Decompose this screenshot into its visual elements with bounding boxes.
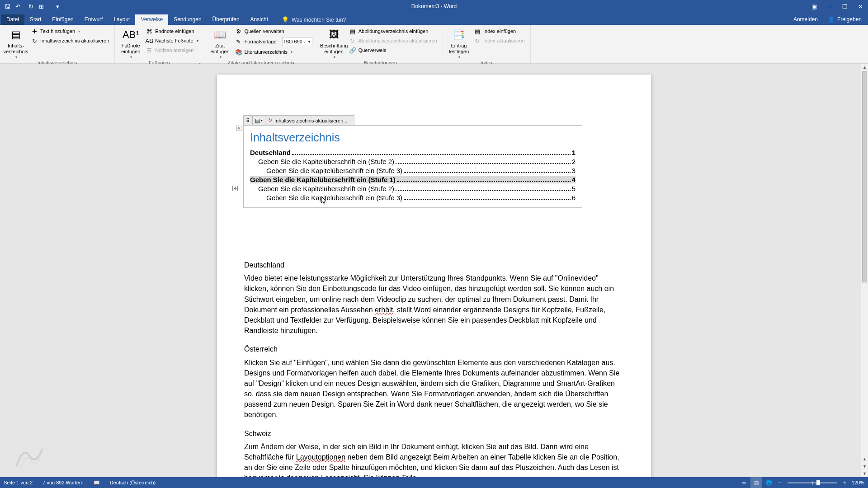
- ribbon-icon: AB: [146, 37, 153, 44]
- toc-entry-page: 4: [572, 176, 576, 183]
- zoom-out-button[interactable]: −: [776, 479, 784, 486]
- style-combo[interactable]: ISO 690 -▾: [282, 37, 312, 46]
- tab-entwurf[interactable]: Entwurf: [79, 14, 108, 25]
- ribbon-big-button[interactable]: 🖼Beschriftung einfügen▾: [321, 26, 347, 59]
- tab-layout[interactable]: Layout: [108, 14, 135, 25]
- ribbon-big-label: Zitat einfügen: [211, 43, 230, 54]
- paragraph[interactable]: Video bietet eine leistungsstarke Möglic…: [244, 273, 624, 336]
- ribbon-small-button[interactable]: ▤Abbildungsverzeichnis einfügen: [348, 27, 440, 36]
- ribbon-big-button[interactable]: ▤Inhalts- verzeichnis▾: [3, 26, 29, 59]
- minimize-button[interactable]: —: [822, 0, 837, 13]
- scroll-track[interactable]: [861, 71, 868, 455]
- ribbon-small-label: Endnote einfügen: [155, 28, 194, 34]
- ribbon-small-button[interactable]: ▤Index einfügen: [473, 27, 528, 36]
- ribbon-display-button[interactable]: ▣: [807, 0, 822, 13]
- toc-entry[interactable]: Geben Sie die Kapitelüberschrift ein (St…: [250, 185, 576, 192]
- share-button[interactable]: 👤 Freigeben: [823, 15, 866, 24]
- ribbon-small-label: Querverweis: [359, 47, 387, 53]
- touch-mode-button[interactable]: ⊞▾: [37, 1, 48, 12]
- toc-handle-button[interactable]: ⠿: [244, 116, 253, 125]
- toc-entry-text: Geben Sie die Kapitelüberschrift ein (St…: [250, 176, 396, 183]
- next-page-button[interactable]: ▼: [861, 463, 868, 470]
- ribbon-big-button[interactable]: 📑Eintrag festlegen▾: [446, 26, 472, 59]
- zoom-level[interactable]: 120%: [850, 480, 866, 485]
- ribbon-small-button[interactable]: ⚙Quellen verwalten: [234, 27, 315, 36]
- ribbon-big-button[interactable]: AB¹Fußnote einfügen▾: [118, 26, 144, 59]
- ribbon-small-button[interactable]: 🔗Querverweis: [348, 46, 440, 55]
- tell-me-search[interactable]: 💡 Was möchten Sie tun?: [282, 16, 346, 25]
- view-web-button[interactable]: 🌐: [763, 477, 775, 488]
- ribbon-icon: 📑: [452, 28, 466, 42]
- prev-page-button[interactable]: ▲: [861, 455, 868, 463]
- spelling-error[interactable]: Layoutoptionen: [296, 453, 345, 461]
- tab-verweise[interactable]: Verweise: [135, 14, 168, 25]
- toc-entry-text: Geben Sie die Kapitelüberschrift ein (St…: [258, 158, 394, 165]
- book-icon: 📖: [94, 480, 100, 486]
- scroll-thumb[interactable]: [862, 71, 867, 282]
- close-button[interactable]: ✕: [853, 0, 868, 13]
- ribbon-group: 📑Eintrag festlegen▾▤Index einfügen↻Index…: [443, 25, 531, 63]
- toc-move-handle[interactable]: ✥: [236, 126, 241, 131]
- tab-start[interactable]: Start: [24, 14, 47, 25]
- zoom-in-button[interactable]: +: [841, 479, 849, 486]
- tab-sendungen[interactable]: Sendungen: [168, 14, 207, 25]
- tab-überprüfen[interactable]: Überprüfen: [207, 14, 245, 25]
- ribbon-big-label: Fußnote einfügen: [121, 43, 140, 54]
- toc-box[interactable]: Inhaltsverzeichnis Deutschland 1Geben Si…: [243, 125, 582, 208]
- status-proofing[interactable]: 📖: [92, 477, 102, 488]
- scroll-up-button[interactable]: ▲: [861, 64, 868, 71]
- undo-button[interactable]: ↶▾: [14, 1, 24, 12]
- status-words[interactable]: 7 von 892 Wörtern: [41, 477, 85, 488]
- toc-field[interactable]: ✥ ⠿ ▤ ▾ ↻ Inhaltsverzeichnis aktualisier…: [243, 115, 582, 208]
- toc-entry[interactable]: Deutschland 1: [250, 149, 576, 156]
- toc-update-button[interactable]: ↻ Inhaltsverzeichnis aktualisieren...: [265, 117, 354, 123]
- document-body[interactable]: Deutschland Video bietet eine leistungss…: [244, 260, 624, 477]
- paragraph[interactable]: Zum Ändern der Weise, in der sich ein Bi…: [244, 441, 624, 477]
- tab-ansicht[interactable]: Ansicht: [245, 14, 274, 25]
- heading-deutschland[interactable]: Deutschland: [244, 260, 624, 270]
- signin-button[interactable]: Anmelden: [789, 15, 822, 24]
- ribbon: ▤Inhalts- verzeichnis▾✚Text hinzufügen▾↻…: [0, 25, 868, 64]
- toc-gallery-button[interactable]: ▤ ▾: [253, 116, 265, 125]
- share-icon: 👤: [828, 16, 835, 23]
- spelling-error[interactable]: erhält: [375, 306, 393, 314]
- toc-row-handle[interactable]: ✥: [232, 186, 238, 191]
- ribbon-small-button[interactable]: ⌘Endnote einfügen: [145, 27, 201, 36]
- scroll-down-button[interactable]: ▼: [861, 470, 868, 477]
- qat-customize-button[interactable]: ▾: [52, 1, 63, 12]
- heading-oesterreich[interactable]: Österreich: [244, 344, 624, 354]
- ribbon-small-button[interactable]: ABNächste Fußnote▾: [145, 36, 201, 45]
- zoom-slider[interactable]: [788, 482, 837, 483]
- paragraph[interactable]: Klicken Sie auf "Einfügen", und wählen S…: [244, 357, 624, 420]
- save-button[interactable]: 🖫: [2, 1, 13, 12]
- vertical-scrollbar[interactable]: ▲ ▲ ▼ ▼: [861, 64, 868, 477]
- ribbon-small-label: Literaturverzeichnis: [245, 49, 288, 55]
- status-page[interactable]: Seite 1 von 2: [2, 477, 34, 488]
- redo-icon: ↻: [28, 3, 33, 10]
- redo-button[interactable]: ↻: [25, 1, 36, 12]
- document-area[interactable]: ✥ ⠿ ▤ ▾ ↻ Inhaltsverzeichnis aktualisier…: [0, 64, 861, 477]
- ribbon-small-label: Text hinzufügen: [40, 28, 75, 34]
- status-language[interactable]: Deutsch (Österreich): [108, 477, 157, 488]
- ribbon-big-button[interactable]: 📖Zitat einfügen▾: [207, 26, 233, 59]
- heading-schweiz[interactable]: Schweiz: [244, 428, 624, 439]
- view-print-button[interactable]: ▤: [750, 477, 762, 488]
- zoom-knob[interactable]: [816, 480, 820, 485]
- ribbon-small-label: Nächste Fußnote: [155, 38, 193, 43]
- ribbon-icon: ▤: [349, 28, 356, 35]
- toc-entry[interactable]: Geben Sie die Kapitelüberschrift ein (St…: [250, 194, 576, 202]
- restore-button[interactable]: ❐: [837, 0, 853, 13]
- toc-entry-page: 3: [572, 167, 576, 174]
- ribbon-small-button[interactable]: 📚Literaturverzeichnis▾: [234, 47, 315, 56]
- ribbon-small-button[interactable]: ✎Formatvorlage:ISO 690 -▾: [234, 36, 315, 47]
- tab-file[interactable]: Datei: [1, 14, 24, 25]
- view-read-button[interactable]: ▭: [738, 477, 750, 488]
- page-nav: ▲ ▼: [861, 455, 868, 470]
- toc-entry[interactable]: Geben Sie die Kapitelüberschrift ein (St…: [250, 158, 576, 165]
- toc-entry-page: 2: [572, 158, 576, 165]
- tab-einfügen[interactable]: Einfügen: [47, 14, 79, 25]
- ribbon-small-button[interactable]: ✚Text hinzufügen▾: [30, 27, 112, 36]
- ribbon-small-button[interactable]: ↻Inhaltsverzeichnis aktualisieren: [30, 36, 112, 45]
- toc-entry[interactable]: Geben Sie die Kapitelüberschrift ein (St…: [250, 167, 576, 174]
- toc-entry[interactable]: Geben Sie die Kapitelüberschrift ein (St…: [250, 176, 576, 183]
